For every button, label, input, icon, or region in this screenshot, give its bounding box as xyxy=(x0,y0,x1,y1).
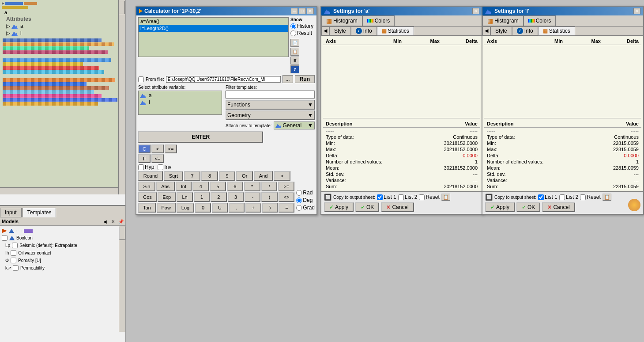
expr-new-btn[interactable]: 📄 xyxy=(290,39,299,47)
enter-button[interactable]: ENTER xyxy=(138,131,263,143)
list2-l-label[interactable]: List 2 xyxy=(559,194,579,200)
calc-maximize-btn[interactable]: □ xyxy=(299,8,306,14)
apply-btn-a[interactable]: ✓ Apply xyxy=(324,202,354,212)
btn-5[interactable]: 5 xyxy=(210,182,226,191)
expr-help-btn[interactable]: ? xyxy=(290,65,299,73)
copy-sheet-btn-a[interactable]: 📋 xyxy=(441,194,450,201)
lparen-button[interactable]: ( xyxy=(261,192,277,202)
reset-a-label[interactable]: Reset xyxy=(419,194,439,200)
multiply-button[interactable]: * xyxy=(244,182,260,191)
btn-4[interactable]: 4 xyxy=(192,182,209,191)
apply-btn-l[interactable]: ✓ Apply xyxy=(485,202,515,212)
list2-a-label[interactable]: List 2 xyxy=(398,194,418,200)
tab-input[interactable]: Input xyxy=(0,208,22,217)
model-checkbox[interactable] xyxy=(2,235,8,241)
attr-item-l[interactable]: ▷ l xyxy=(1,30,124,37)
int-button[interactable]: Int xyxy=(176,182,192,191)
dot-button[interactable]: . xyxy=(229,203,245,213)
rad-radio[interactable] xyxy=(296,190,302,196)
hyp-label[interactable]: Hyp xyxy=(138,164,154,170)
ltelt-button[interactable]: <= xyxy=(151,154,164,163)
if-button[interactable]: If xyxy=(138,154,151,163)
lte-button[interactable]: <= xyxy=(165,144,177,153)
exp-button[interactable]: Exp xyxy=(158,192,176,202)
expression-list[interactable]: a=Area() l=Length2D() xyxy=(138,17,289,57)
minus-button[interactable]: - xyxy=(245,192,260,202)
u-button[interactable]: U xyxy=(212,203,228,213)
subtab-statistics-a[interactable]: ▦ Statistics xyxy=(377,27,414,35)
tab-histogram-a[interactable]: ▦ Histogram xyxy=(321,15,362,26)
deg-radio[interactable] xyxy=(296,198,302,203)
tab-histogram-l[interactable]: ▦ Histogram xyxy=(482,15,523,26)
grad-radio[interactable] xyxy=(296,205,302,211)
pow-button[interactable]: Pow xyxy=(157,203,176,213)
btn-9[interactable]: 9 xyxy=(219,171,236,181)
gt-button[interactable]: > xyxy=(274,171,290,181)
inv-checkbox[interactable] xyxy=(158,164,163,170)
subtab-info-l[interactable]: i Info xyxy=(512,27,538,35)
subtab-style-a[interactable]: Style xyxy=(329,27,351,35)
btn-8[interactable]: 8 xyxy=(201,171,218,181)
btn-3[interactable]: 3 xyxy=(228,192,244,202)
list1-l-label[interactable]: List 1 xyxy=(538,194,557,200)
divide-button[interactable]: / xyxy=(261,182,278,191)
list1-a-checkbox[interactable] xyxy=(377,194,383,200)
and-button[interactable]: And xyxy=(254,171,273,181)
model-checkbox-3[interactable] xyxy=(11,250,16,256)
tan-button[interactable]: Tan xyxy=(138,203,156,213)
tab-colors-a[interactable]: Colors xyxy=(362,15,395,26)
reset-l-label[interactable]: Reset xyxy=(580,194,600,200)
left-top-scrollbar-h[interactable] xyxy=(0,187,118,194)
from-file-checkbox[interactable] xyxy=(138,76,144,82)
neq-button[interactable]: <> xyxy=(279,192,294,202)
list2-l-checkbox[interactable] xyxy=(559,194,565,200)
subtab-back-l[interactable]: ◀ xyxy=(482,27,490,35)
settings-l-close-btn[interactable]: ✕ xyxy=(633,8,640,14)
list1-a-label[interactable]: List 1 xyxy=(377,194,396,200)
rparen-button[interactable]: ) xyxy=(262,203,278,213)
browse-button[interactable]: ... xyxy=(282,75,293,83)
model-checkbox-2[interactable] xyxy=(12,243,18,248)
list2-a-checkbox[interactable] xyxy=(398,194,404,200)
subtab-style-l[interactable]: Style xyxy=(490,27,512,35)
grad-radio-label[interactable]: Grad xyxy=(296,205,315,211)
tab-templates[interactable]: Templates xyxy=(23,208,56,217)
lt-button[interactable]: < xyxy=(151,144,164,153)
settings-a-close-btn[interactable]: ✕ xyxy=(472,8,479,14)
left-top-scrollbar-v[interactable] xyxy=(118,0,125,194)
gte-button[interactable]: >= xyxy=(278,182,294,191)
expr-row-0[interactable]: a=Area() xyxy=(139,18,288,25)
models-close-icon[interactable]: ✕ xyxy=(110,218,116,224)
btn-7[interactable]: 7 xyxy=(184,171,201,181)
or-button[interactable]: Or xyxy=(236,171,253,181)
models-minimize-icon[interactable]: ◀ xyxy=(102,218,108,224)
filter-input[interactable] xyxy=(226,91,315,99)
expr-delete-btn[interactable]: 🗑 xyxy=(290,57,299,65)
result-radio[interactable] xyxy=(290,30,296,36)
c-button[interactable]: C xyxy=(138,144,151,153)
expr-copy-btn[interactable]: 📋 xyxy=(290,48,299,56)
btn-2[interactable]: 2 xyxy=(211,192,226,202)
model-checkbox-5[interactable] xyxy=(13,265,19,271)
models-pin-icon[interactable]: 📌 xyxy=(118,218,124,224)
reset-a-checkbox[interactable] xyxy=(419,194,425,200)
file-path-input[interactable] xyxy=(166,76,281,83)
plus-button[interactable]: + xyxy=(245,203,261,213)
tab-colors-l[interactable]: Colors xyxy=(523,15,556,26)
abs-button[interactable]: Abs xyxy=(156,182,175,191)
cancel-btn-a[interactable]: ✕ Cancel xyxy=(381,202,414,212)
reset-l-checkbox[interactable] xyxy=(580,194,586,200)
rad-radio-label[interactable]: Rad xyxy=(296,190,315,196)
attr-listbox[interactable]: a l xyxy=(138,91,222,115)
list1-l-checkbox[interactable] xyxy=(538,194,544,200)
log-button[interactable]: Log xyxy=(177,203,194,213)
functions-button[interactable]: Functions ▼ xyxy=(226,100,315,110)
equals-button[interactable]: = xyxy=(279,203,294,213)
history-radio[interactable] xyxy=(290,23,296,29)
subtab-info-a[interactable]: i Info xyxy=(351,27,377,35)
attach-select[interactable]: General ▼ xyxy=(274,122,315,129)
btn-6[interactable]: 6 xyxy=(227,182,243,191)
geometry-button[interactable]: Geometry ▼ xyxy=(226,110,315,120)
ln-button[interactable]: Ln xyxy=(177,192,192,202)
deg-radio-label[interactable]: Deg xyxy=(296,197,315,203)
